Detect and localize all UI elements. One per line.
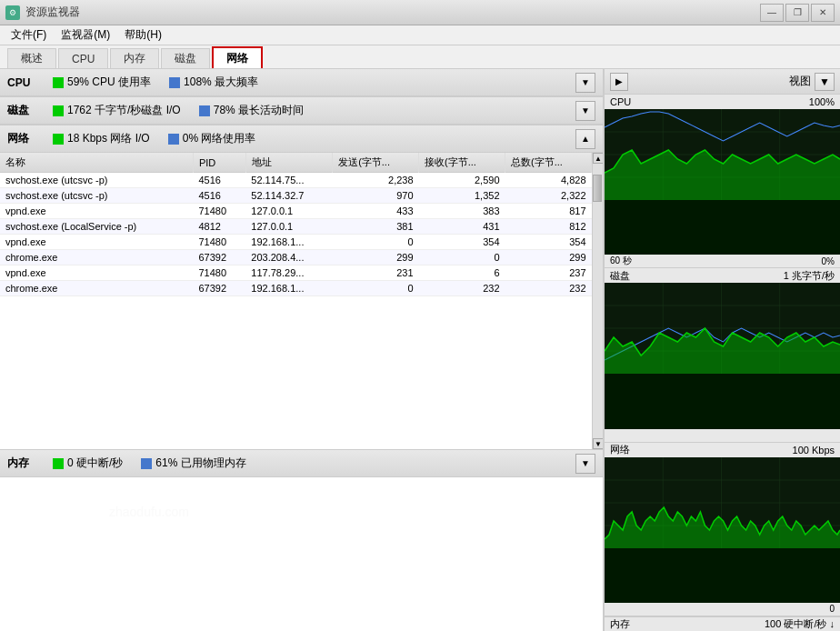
cell-address: 52.114.75... [245, 173, 332, 188]
cell-sent: 0 [333, 281, 419, 296]
cpu-chart-footer: 60 秒 0% [605, 255, 840, 267]
col-total: 总数(字节... [505, 153, 592, 173]
svg-marker-20 [605, 507, 840, 548]
tab-cpu[interactable]: CPU [58, 48, 108, 68]
table-row[interactable]: chrome.exe 67392 203.208.4... 299 0 299 [0, 250, 592, 265]
cell-name: svchost.exe (LocalService -p) [0, 219, 193, 235]
network-section-header[interactable]: 网络 18 Kbps 网络 I/O 0% 网络使用率 ▲ [0, 125, 603, 153]
disk-stat1-text: 1762 千字节/秒磁盘 I/O [67, 103, 181, 118]
memory-bottom-label: 内存 100 硬中断/秒 ↓ [605, 616, 840, 631]
network-chart-value: 0 [829, 604, 835, 614]
table-row[interactable]: chrome.exe 67392 192.168.1... 0 232 232 [0, 281, 592, 296]
cpu-expand-btn[interactable]: ▼ [575, 73, 595, 93]
network-chart-footer: 0 [605, 603, 840, 616]
cell-recv: 383 [419, 204, 505, 219]
view-dropdown[interactable]: ▼ [815, 73, 835, 91]
network-chart-max: 100 Kbps [793, 445, 835, 456]
cell-name: svchost.exe (utcsvc -p) [0, 173, 193, 188]
main-content: CPU 59% CPU 使用率 108% 最大频率 ▼ 磁盘 [0, 69, 840, 631]
table-row[interactable]: svchost.exe (utcsvc -p) 4516 52.114.75..… [0, 173, 592, 188]
cell-pid: 71480 [193, 235, 245, 250]
table-row[interactable]: vpnd.exe 71480 192.168.1... 0 354 354 [0, 235, 592, 250]
tab-overview[interactable]: 概述 [7, 48, 56, 68]
cell-name: vpnd.exe [0, 204, 193, 219]
table-row[interactable]: vpnd.exe 71480 127.0.0.1 433 383 817 [0, 204, 592, 219]
close-button[interactable]: ✕ [811, 4, 835, 22]
cell-address: 192.168.1... [245, 235, 332, 250]
disk-chart-canvas [605, 283, 840, 428]
memory-expand-btn[interactable]: ▼ [575, 454, 595, 474]
view-select: 视图 ▼ [789, 73, 835, 91]
app-icon: ⚙ [5, 5, 20, 20]
memory-dot-green [53, 458, 64, 469]
memory-stats: 0 硬中断/秒 61% 已用物理内存 [44, 456, 575, 471]
cell-total: 817 [505, 204, 592, 219]
minimize-button[interactable]: — [760, 4, 784, 22]
left-panel: CPU 59% CPU 使用率 108% 最大频率 ▼ 磁盘 [0, 69, 604, 631]
cpu-stat2-text: 108% 最大频率 [184, 75, 258, 90]
network-scrollbar[interactable]: ▲ ▼ [592, 153, 603, 449]
cpu-dot-blue [169, 77, 180, 88]
cell-sent: 433 [333, 204, 419, 219]
table-row[interactable]: vpnd.exe 71480 117.78.29... 231 6 237 [0, 265, 592, 281]
cell-sent: 231 [333, 265, 419, 281]
disk-chart-label: 磁盘 [610, 269, 630, 283]
cpu-stat1-text: 59% CPU 使用率 [67, 75, 151, 90]
cell-pid: 67392 [193, 281, 245, 296]
cpu-chart-time: 60 秒 [610, 255, 632, 267]
network-section: 网络 18 Kbps 网络 I/O 0% 网络使用率 ▲ [0, 125, 603, 449]
cpu-chart-max: 100% [809, 96, 835, 107]
cell-name: chrome.exe [0, 250, 193, 265]
disk-expand-btn[interactable]: ▼ [575, 101, 595, 121]
menu-monitor[interactable]: 监视器(M) [54, 25, 117, 45]
disk-chart-footer [605, 429, 840, 442]
memory-section: 内存 0 硬中断/秒 61% 已用物理内存 ▼ zhaodufu.com [0, 449, 603, 631]
col-recv: 接收(字节... [419, 153, 505, 173]
cell-pid: 71480 [193, 265, 245, 281]
tab-disk[interactable]: 磁盘 [161, 48, 210, 68]
cpu-title: CPU [7, 76, 44, 89]
cell-total: 2,322 [505, 188, 592, 204]
menu-help[interactable]: 帮助(H) [117, 25, 169, 45]
cell-total: 232 [505, 281, 592, 296]
network-stat2-text: 0% 网络使用率 [183, 131, 256, 146]
disk-chart-block: 磁盘 1 兆字节/秒 [605, 268, 840, 442]
col-sent: 发送(字节... [333, 153, 419, 173]
tab-network[interactable]: 网络 [212, 46, 263, 68]
memory-dot-blue [141, 458, 152, 469]
col-pid: PID [193, 153, 245, 173]
cell-pid: 4516 [193, 188, 245, 204]
tab-memory[interactable]: 内存 [110, 48, 159, 68]
network-expand-btn[interactable]: ▲ [575, 129, 595, 149]
network-table: 名称 PID 地址 发送(字节... 接收(字节... 总数(字节... svc… [0, 153, 592, 296]
cpu-chart-block: CPU 100% [605, 95, 840, 268]
disk-section-header[interactable]: 磁盘 1762 千字节/秒磁盘 I/O 78% 最长活动时间 ▼ [0, 97, 603, 125]
table-row[interactable]: svchost.exe (LocalService -p) 4812 127.0… [0, 219, 592, 235]
cell-pid: 4516 [193, 173, 245, 188]
memory-section-header[interactable]: 内存 0 硬中断/秒 61% 已用物理内存 ▼ [0, 450, 603, 477]
cell-name: chrome.exe [0, 281, 193, 296]
disk-section: 磁盘 1762 千字节/秒磁盘 I/O 78% 最长活动时间 ▼ [0, 97, 603, 125]
restore-button[interactable]: ❐ [785, 4, 809, 22]
cell-total: 4,828 [505, 173, 592, 188]
cell-address: 52.114.32.7 [245, 188, 332, 204]
cell-address: 127.0.0.1 [245, 204, 332, 219]
menu-file[interactable]: 文件(F) [4, 25, 54, 45]
cell-sent: 2,238 [333, 173, 419, 188]
cell-address: 117.78.29... [245, 265, 332, 281]
col-address: 地址 [245, 153, 332, 173]
cell-recv: 431 [419, 219, 505, 235]
cell-name: vpnd.exe [0, 235, 193, 250]
network-stats: 18 Kbps 网络 I/O 0% 网络使用率 [44, 131, 575, 146]
cell-sent: 381 [333, 219, 419, 235]
cpu-stat1: 59% CPU 使用率 [53, 75, 151, 90]
right-panel-header: ▶ 视图 ▼ [605, 69, 840, 95]
memory-content-area: zhaodufu.com [0, 477, 603, 631]
disk-stat1: 1762 千字节/秒磁盘 I/O [53, 103, 181, 118]
play-button[interactable]: ▶ [610, 73, 628, 91]
cpu-stat2: 108% 最大频率 [169, 75, 258, 90]
cpu-section-header[interactable]: CPU 59% CPU 使用率 108% 最大频率 ▼ [0, 69, 603, 96]
table-row[interactable]: svchost.exe (utcsvc -p) 4516 52.114.32.7… [0, 188, 592, 204]
title-buttons: — ❐ ✕ [760, 4, 835, 22]
scroll-thumb[interactable] [593, 175, 602, 202]
